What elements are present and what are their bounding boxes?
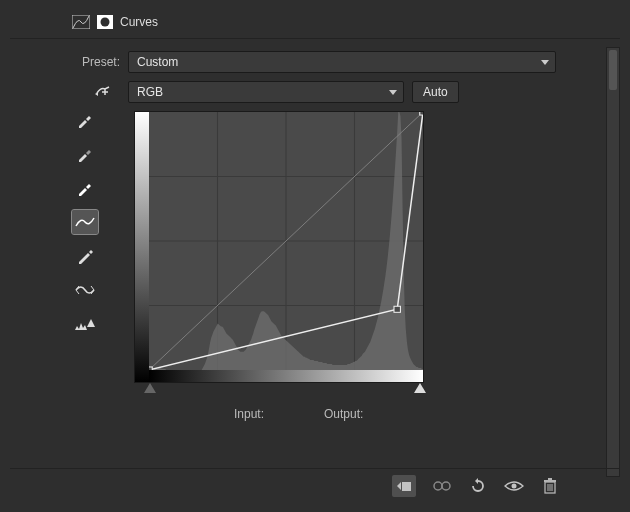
channel-row: RGB Auto bbox=[72, 81, 556, 103]
panel-body: Preset: Custom RGB Auto bbox=[10, 39, 620, 477]
pencil-curve-tool-icon[interactable] bbox=[72, 244, 98, 268]
output-label: Output: bbox=[324, 407, 363, 421]
output-gradient bbox=[135, 112, 149, 382]
input-gradient bbox=[149, 370, 423, 382]
black-point-handle[interactable] bbox=[144, 383, 156, 393]
svg-rect-13 bbox=[402, 482, 411, 491]
scrollbar-thumb[interactable] bbox=[609, 50, 617, 90]
preset-row: Preset: Custom bbox=[72, 51, 556, 73]
svg-rect-10 bbox=[149, 367, 152, 370]
visibility-icon[interactable] bbox=[504, 476, 524, 496]
input-range-slider[interactable] bbox=[134, 383, 424, 397]
svg-point-15 bbox=[442, 482, 450, 490]
panel-footer bbox=[10, 468, 620, 502]
auto-button[interactable]: Auto bbox=[412, 81, 459, 103]
smooth-curve-icon[interactable] bbox=[72, 278, 98, 302]
point-curve-tool-icon[interactable] bbox=[72, 210, 98, 234]
curves-panel: Curves Preset: Custom RGB Auto bbox=[0, 0, 630, 512]
channel-select[interactable]: RGB bbox=[128, 81, 404, 103]
curve-grid[interactable] bbox=[134, 111, 424, 383]
curves-adjustment-icon bbox=[72, 14, 90, 30]
preset-value: Custom bbox=[137, 55, 178, 69]
gray-eyedropper-icon[interactable] bbox=[72, 142, 98, 166]
clip-to-layer-icon[interactable] bbox=[392, 475, 416, 497]
input-label: Input: bbox=[234, 407, 264, 421]
svg-point-16 bbox=[512, 483, 517, 488]
reset-icon[interactable] bbox=[468, 476, 488, 496]
channel-value: RGB bbox=[137, 85, 163, 99]
svg-rect-12 bbox=[420, 112, 423, 115]
layer-mask-icon bbox=[96, 14, 114, 30]
black-eyedropper-icon[interactable] bbox=[72, 108, 98, 132]
preset-label: Preset: bbox=[72, 55, 120, 69]
curve-tools bbox=[72, 108, 98, 336]
view-previous-icon[interactable] bbox=[432, 476, 452, 496]
delete-icon[interactable] bbox=[540, 476, 560, 496]
preset-select[interactable]: Custom bbox=[128, 51, 556, 73]
white-point-handle[interactable] bbox=[414, 383, 426, 393]
panel-title: Curves bbox=[120, 15, 158, 29]
panel-scrollbar[interactable] bbox=[606, 47, 620, 477]
curve-editor: Input: Output: bbox=[134, 111, 556, 421]
targeted-adjustment-icon[interactable] bbox=[72, 84, 120, 100]
svg-rect-21 bbox=[544, 480, 556, 482]
clip-warning-icon[interactable] bbox=[72, 312, 98, 336]
panel-title-row: Curves bbox=[10, 8, 620, 39]
svg-rect-11 bbox=[394, 306, 400, 312]
input-output-row: Input: Output: bbox=[134, 397, 556, 421]
svg-point-14 bbox=[434, 482, 442, 490]
white-eyedropper-icon[interactable] bbox=[72, 176, 98, 200]
svg-rect-22 bbox=[548, 478, 552, 480]
svg-point-2 bbox=[101, 18, 110, 27]
auto-label: Auto bbox=[423, 85, 448, 99]
